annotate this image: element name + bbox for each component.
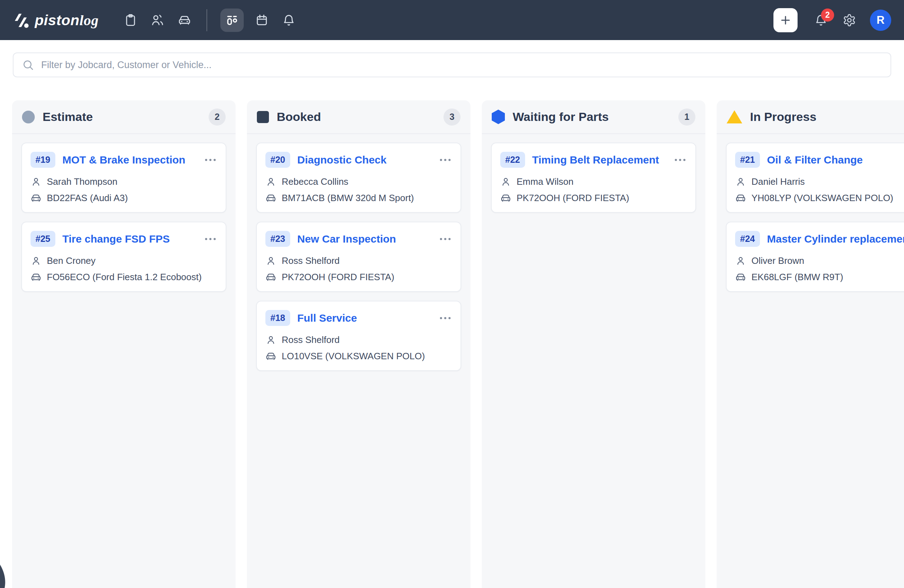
filter-input[interactable] [40,59,882,71]
vehicle-row: BD22FAS (Audi A3) [30,192,217,203]
person-icon [266,334,277,345]
customer-name: Daniel Harris [751,176,804,187]
ellipsis-dot [209,159,212,161]
jobcard-menu-button[interactable] [673,155,687,164]
jobcard-title-link[interactable]: Oil & Filter Change [767,154,901,166]
customer-name: Ross Shelford [282,255,340,266]
ellipsis-dot [209,238,212,240]
jobcard-title-link[interactable]: Full Service [297,312,431,324]
reminders-nav-button[interactable] [280,11,298,29]
kanban-column: Waiting for Parts 1 #22 Timing Belt Repl… [482,100,705,588]
jobcard[interactable]: #19 MOT & Brake Inspection Sarah Thompso… [21,143,226,213]
ellipsis-dot [449,238,450,240]
jobcard-meta: Ross Shelford LO10VSE (VOLKSWAGEN POLO) [266,334,452,362]
car-icon [30,192,41,203]
customer-row: Sarah Thompson [30,176,217,187]
vehicle-name: LO10VSE (VOLKSWAGEN POLO) [282,351,425,362]
customer-row: Daniel Harris [735,176,904,187]
settings-button[interactable] [841,11,858,29]
ellipsis-dot [213,238,216,240]
jobcards-nav-button[interactable] [122,11,139,29]
jobcard-header: #25 Tire change FSD FPS [30,231,217,247]
vehicles-nav-button[interactable] [175,11,193,29]
vehicle-row: BM71ACB (BMW 320d M Sport) [266,192,452,203]
jobcard-title-link[interactable]: MOT & Brake Inspection [62,154,196,166]
jobcard[interactable]: #25 Tire change FSD FPS Ben Croney [21,222,226,292]
jobcard-menu-button[interactable] [439,314,452,323]
jobcard-menu-button[interactable] [439,235,452,244]
add-jobcard-button[interactable] [773,8,798,32]
jobcard-id-badge: #24 [735,231,760,247]
person-icon [500,176,511,187]
jobcard-title-link[interactable]: Diagnostic Check [297,154,431,166]
jobcard-menu-button[interactable] [204,155,217,164]
jobcard-title-link[interactable]: Timing Belt Replacement [532,154,666,166]
kanban-board-icon [224,13,239,28]
vehicle-name: YH08LYP (VOLKSWAGEN POLO) [751,192,893,203]
jobcard-id-badge: #18 [266,310,290,326]
jobcard[interactable]: #24 Master Cylinder replacement Oliver B… [726,222,904,292]
jobcard-id-badge: #25 [30,231,55,247]
ellipsis-dot [213,159,216,161]
jobcard-header: #18 Full Service [266,310,452,326]
jobcard-menu-button[interactable] [204,235,217,244]
circle-icon [22,110,35,123]
ellipsis-dot [440,238,442,240]
navbar: pistonlog [0,0,904,40]
column-count-badge: 3 [444,109,460,126]
cursor-artifact [0,564,7,588]
ellipsis-dot [679,159,681,161]
column-count-badge: 1 [678,109,695,126]
customer-name: Ben Croney [47,255,95,266]
jobcard-menu-button[interactable] [439,155,452,164]
ellipsis-dot [444,159,446,161]
customer-row: Ross Shelford [266,255,452,266]
brand[interactable]: pistonlog [13,12,99,29]
brand-name-light: log [79,12,99,28]
ellipsis-dot [675,159,677,161]
person-icon [266,255,277,266]
notification-count-badge: 2 [821,8,834,22]
jobcard-header: #20 Diagnostic Check [266,152,452,168]
jobcard-title-link[interactable]: Tire change FSD FPS [62,233,196,245]
jobcard-id-badge: #20 [266,152,290,168]
search-icon [22,59,34,71]
jobcard[interactable]: #22 Timing Belt Replacement Emma Wilson [491,143,696,213]
kanban-column: Booked 3 #20 Diagnostic Check Rebecca Co… [247,100,471,588]
ellipsis-dot [444,317,446,319]
hexagon-icon [492,110,505,124]
jobcard-id-badge: #22 [500,152,525,168]
jobcard[interactable]: #21 Oil & Filter Change Daniel Harris [726,143,904,213]
calendar-view-button[interactable] [253,11,271,29]
customer-name: Emma Wilson [517,176,573,187]
pistonlog-logo-icon [13,12,29,28]
car-icon [30,272,41,283]
calendar-icon [255,14,269,27]
jobcard-title-link[interactable]: New Car Inspection [297,233,431,245]
car-icon [266,272,277,283]
customer-row: Ross Shelford [266,334,452,345]
vehicle-row: PK72OOH (FORD FIESTA) [500,192,687,203]
brand-name-bold: piston [35,12,79,28]
jobcard[interactable]: #18 Full Service Ross Shelford [256,301,461,371]
navbar-divider [207,9,207,31]
ellipsis-dot [449,317,450,319]
jobcard-title-link[interactable]: Master Cylinder replacement [767,233,901,245]
jobcard-meta: Ross Shelford PK72OOH (FORD FIESTA) [266,255,452,283]
kanban-column: In Progress #21 Oil & Filter Change Dani… [717,100,904,588]
kanban-column: Estimate 2 #19 MOT & Brake Inspection Sa… [12,100,235,588]
gear-icon [842,14,856,27]
jobcard[interactable]: #23 New Car Inspection Ross Shelford [256,222,461,292]
column-count-badge: 2 [209,109,226,126]
customers-nav-button[interactable] [149,11,166,29]
avatar[interactable]: R [870,9,891,31]
vehicle-name: BD22FAS (Audi A3) [47,192,128,203]
ellipsis-dot [205,159,207,161]
column-header: Estimate 2 [12,100,235,134]
notifications-button[interactable]: 2 [812,11,830,29]
customer-row: Ben Croney [30,255,217,266]
jobcard-header: #24 Master Cylinder replacement [735,231,904,247]
jobcard[interactable]: #20 Diagnostic Check Rebecca Collins [256,143,461,213]
kanban-view-button[interactable] [220,8,244,32]
vehicle-row: EK68LGF (BMW R9T) [735,272,904,283]
